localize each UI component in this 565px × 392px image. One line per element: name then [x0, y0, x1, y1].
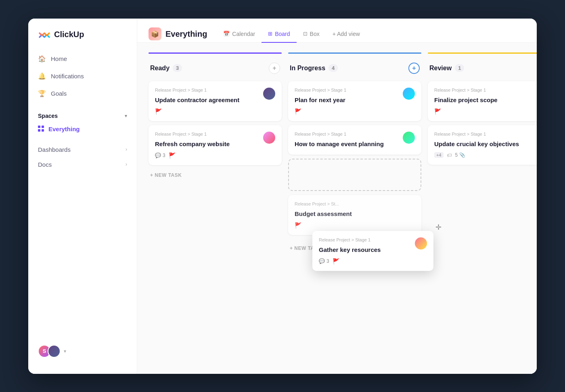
column-header-inprogress: In Progress 4 + [288, 59, 421, 78]
card-plan-next-year[interactable]: Release Project > Stage 1 Plan for next … [288, 81, 421, 121]
topbar-tabs: 📅 Calendar ⊞ Board ⊡ Box + Add view [217, 26, 366, 42]
flag-red-icon: 🚩 [434, 108, 441, 115]
column-count-review: 1 [455, 64, 464, 72]
sidebar-everything-label: Everything [48, 126, 80, 132]
spaces-header[interactable]: Spaces ▾ [38, 109, 127, 122]
flag-orange-icon: 🚩 [295, 222, 301, 228]
nav-items: 🏠 Home 🔔 Notifications 🏆 Goals [28, 51, 137, 101]
topbar-title-area: 📦 Everything [149, 27, 217, 40]
floating-card-breadcrumb: Release Project > Stage 1 [319, 237, 381, 242]
card-footer: 🚩 [155, 108, 275, 115]
floating-card-title: Gather key resources [319, 245, 381, 254]
card-title: Finalize project scope [434, 96, 498, 104]
card-breadcrumb: Release Project > Stage 1 [295, 88, 346, 92]
add-view-button[interactable]: + Add view [326, 26, 366, 42]
nav-goals-label: Goals [51, 90, 67, 97]
card-title-row: Release Project > Stage 1 Plan for next … [295, 88, 415, 104]
chevron-right-icon: › [126, 147, 127, 152]
box-icon: ⊡ [303, 31, 308, 37]
card-title: Update contractor agreement [155, 96, 239, 104]
tab-box[interactable]: ⊡ Box [297, 26, 326, 43]
nav-goals[interactable]: 🏆 Goals [33, 86, 132, 101]
new-task-ready[interactable]: + NEW TASK [149, 169, 282, 181]
sidebar-docs[interactable]: Docs › [33, 157, 132, 172]
sub-items: Dashboards › Docs › [28, 142, 137, 172]
column-review: Review 1 + Release Project > Stage 1 Fin… [428, 52, 537, 364]
column-header-ready: Ready 3 + [149, 59, 282, 78]
card-breadcrumb: Release Project > Stage 1 [434, 88, 498, 92]
flag-orange-icon: 🚩 [155, 108, 162, 115]
floating-card-avatar [415, 237, 427, 249]
user-footer[interactable]: S ▾ [28, 338, 137, 364]
app-name: ClickUp [54, 30, 84, 39]
sidebar-dashboards[interactable]: Dashboards › [33, 142, 132, 157]
card-budget-assessment[interactable]: Release Project > St... Budget assessmen… [288, 195, 421, 235]
user-caret: ▾ [64, 348, 66, 354]
clickup-logo-icon [38, 28, 51, 41]
card-refresh-website[interactable]: Release Project > Stage 1 Refresh compan… [149, 125, 282, 165]
column-title-inprogress: In Progress [290, 65, 325, 72]
column-add-inprogress[interactable]: + [408, 63, 420, 74]
avatar-group: S [38, 345, 61, 358]
column-title-wrap-inprogress: In Progress 4 [290, 64, 338, 72]
card-breadcrumb: Release Project > Stage 1 [434, 132, 519, 136]
chevron-right-icon: › [126, 161, 127, 167]
card-title-row: Release Project > Stage 1 Update crucial… [434, 132, 537, 148]
card-avatar [263, 132, 275, 144]
column-title-wrap-review: Review 1 [429, 64, 464, 72]
card-title: Budget assessment [295, 210, 352, 218]
card-footer: 🚩 [295, 222, 415, 228]
column-bar-review [428, 52, 537, 54]
nav-notifications[interactable]: 🔔 Notifications [33, 68, 132, 84]
home-icon: 🏠 [38, 55, 46, 63]
tab-board[interactable]: ⊞ Board [262, 26, 296, 43]
card-breadcrumb: Release Project > Stage 1 [155, 88, 239, 92]
card-title: Refresh company website [155, 140, 230, 148]
card-title: Plan for next year [295, 96, 346, 104]
topbar-space-icon: 📦 [149, 27, 161, 40]
tab-calendar-label: Calendar [232, 31, 255, 37]
column-add-ready[interactable]: + [269, 63, 280, 74]
column-title-review: Review [429, 65, 452, 72]
clips-text: 5 [455, 152, 458, 158]
topbar-title: Everything [165, 29, 207, 39]
tag-icon: 🏷 [447, 152, 452, 158]
topbar: 📦 Everything 📅 Calendar ⊞ Board ⊡ Box + … [137, 19, 537, 43]
floating-card-gather[interactable]: ✛ Release Project > Stage 1 Gather key r… [312, 231, 433, 271]
flag-green-icon: 🚩 [169, 152, 176, 159]
card-footer: 🚩 [295, 108, 415, 115]
card-footer: 🚩 [434, 108, 537, 115]
column-count-inprogress: 4 [329, 64, 338, 72]
card-breadcrumb: Release Project > Stage 1 [295, 132, 384, 136]
sidebar: ClickUp 🏠 Home 🔔 Notifications 🏆 Goals S… [28, 19, 137, 374]
sidebar-everything[interactable]: Everything [38, 122, 127, 136]
column-header-review: Review 1 + [428, 59, 537, 78]
nav-home-label: Home [51, 55, 67, 62]
floating-card-footer: 💬 3 🚩 [319, 258, 427, 264]
card-title-row: Release Project > Stage 1 Update contrac… [155, 88, 275, 104]
column-count-ready: 3 [173, 64, 182, 72]
bell-icon: 🔔 [38, 72, 46, 80]
comment-icon: 💬 [319, 258, 325, 264]
calendar-icon: 📅 [223, 31, 230, 37]
card-crucial-objectives[interactable]: Release Project > Stage 1 Update crucial… [428, 125, 537, 165]
card-title: Update crucial key objectives [434, 140, 519, 148]
card-avatar [403, 132, 415, 144]
board-icon: ⊞ [268, 31, 272, 37]
card-title-row: Release Project > Stage 1 How to manage … [295, 132, 415, 148]
card-finalize-scope[interactable]: Release Project > Stage 1 Finalize proje… [428, 81, 537, 121]
card-manage-event[interactable]: Release Project > Stage 1 How to manage … [288, 125, 421, 155]
column-bar-ready [149, 52, 282, 54]
comments-text: 3 [326, 258, 329, 264]
card-update-contractor[interactable]: Release Project > Stage 1 Update contrac… [149, 81, 282, 121]
tab-board-label: Board [275, 31, 290, 37]
tab-calendar[interactable]: 📅 Calendar [217, 26, 262, 43]
card-title-row: Release Project > Stage 1 Finalize proje… [434, 88, 537, 104]
tag-count: +4 [434, 152, 444, 158]
avatar-user [48, 345, 61, 358]
docs-label: Docs [38, 161, 52, 168]
column-title-ready: Ready [150, 65, 170, 72]
nav-home[interactable]: 🏠 Home [33, 51, 132, 67]
clip-icon: 📎 [459, 152, 465, 158]
dashboards-label: Dashboards [38, 146, 71, 153]
